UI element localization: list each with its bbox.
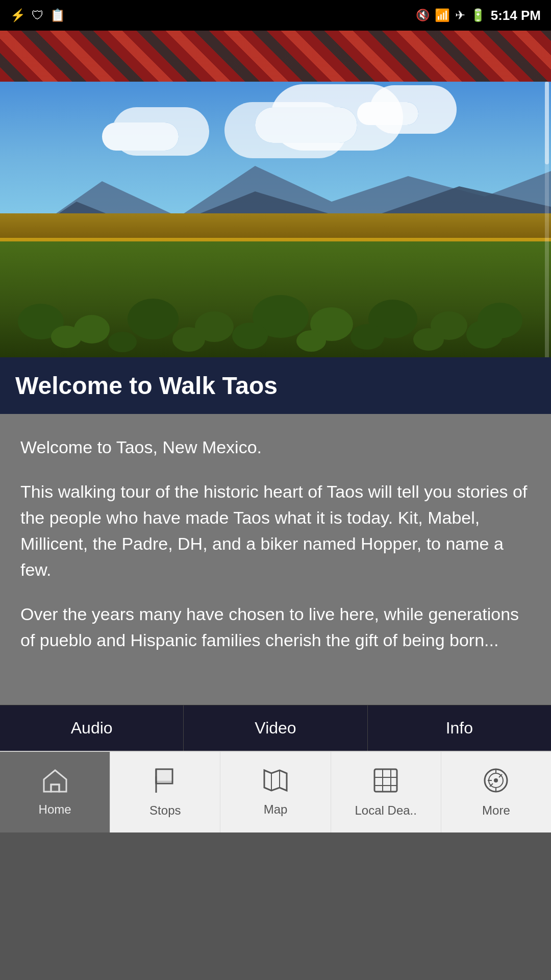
nav-bar: Home Stops Map [0,751,551,832]
page-title: Welcome to Walk Taos [15,372,536,400]
svg-point-4 [128,299,179,339]
svg-point-17 [413,328,444,351]
nav-map[interactable]: Map [220,752,331,832]
svg-point-33 [494,778,498,782]
svg-point-13 [172,327,205,352]
content-paragraph-3: Over the years many have chosen to live … [20,601,531,653]
svg-point-14 [232,323,268,349]
tab-video[interactable]: Video [184,705,367,751]
more-icon [483,767,509,799]
svg-point-15 [296,330,326,352]
nav-stops[interactable]: Stops [110,752,220,832]
content-area: Welcome to Taos, New Mexico. This walkin… [0,414,551,705]
home-icon [42,768,68,798]
stops-icon [154,767,177,799]
media-tabs-bar: Audio Video Info [0,705,551,751]
svg-point-11 [51,326,82,348]
trees-svg [0,230,551,357]
vibrate-icon: 🔇 [416,9,430,22]
cloud-3 [357,102,418,125]
hero-image [0,82,551,357]
nav-stops-label: Stops [149,803,181,818]
map-icon [262,768,289,798]
svg-rect-19 [51,785,59,792]
tab-info[interactable]: Info [368,705,551,751]
content-paragraph-1: Welcome to Taos, New Mexico. [20,434,531,460]
svg-point-12 [108,332,137,352]
svg-point-16 [350,324,384,350]
nav-map-label: Map [264,802,288,817]
nav-local-deals[interactable]: Local Dea.. [331,752,441,832]
battery-icon: 🔋 [470,8,486,22]
nav-more-label: More [482,803,510,818]
scrollbar-thumb[interactable] [545,82,549,164]
svg-rect-26 [374,769,397,792]
title-bar: Welcome to Walk Taos [0,357,551,414]
cloud-2 [102,122,179,151]
airplane-icon: ✈ [455,8,465,22]
nav-more[interactable]: More [441,752,551,832]
wifi-icon: 📶 [435,8,450,22]
tab-audio[interactable]: Audio [0,705,184,751]
shield-icon: 🛡 [32,8,44,22]
status-icons-right: 🔇 📶 ✈ 🔋 5:14 PM [416,8,541,23]
content-paragraph-2: This walking tour of the historic heart … [20,479,531,583]
status-bar: ⚡ 🛡 📋 🔇 📶 ✈ 🔋 5:14 PM [0,0,551,31]
cloud-1 [255,107,357,143]
clipboard-icon: 📋 [50,8,65,22]
usb-icon: ⚡ [10,8,26,22]
nav-home[interactable]: Home [0,752,110,832]
nav-home-label: Home [39,802,71,817]
nav-local-deals-label: Local Dea.. [355,803,417,818]
status-time: 5:14 PM [491,8,541,23]
svg-marker-23 [156,769,172,781]
status-icons-left: ⚡ 🛡 📋 [10,8,65,22]
scrollbar[interactable] [545,82,549,357]
pattern-header [0,31,551,82]
local-deals-icon [372,767,399,799]
svg-point-18 [466,320,503,349]
chevron-pattern [0,31,551,82]
